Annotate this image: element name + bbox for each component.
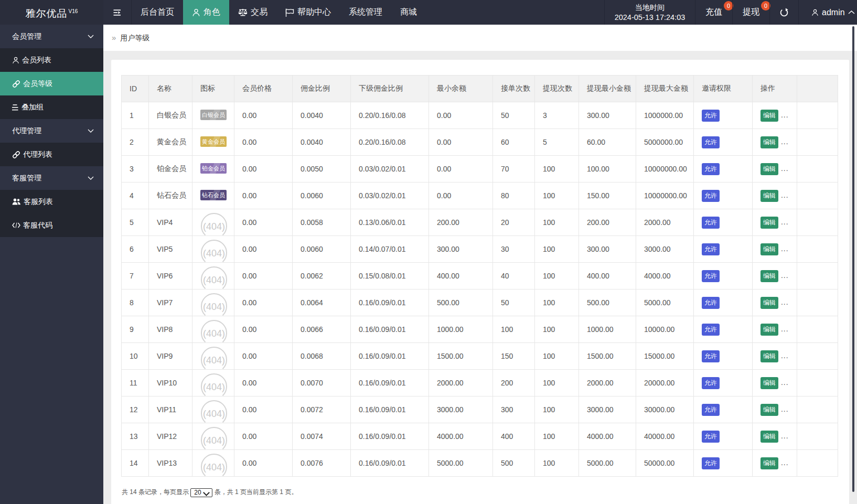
svg-text:(404): (404) xyxy=(203,435,225,446)
svg-text:(404): (404) xyxy=(203,462,225,473)
svg-text:(404): (404) xyxy=(203,409,225,419)
svg-text:(404): (404) xyxy=(203,355,225,366)
svg-text:(404): (404) xyxy=(203,382,225,392)
svg-text:(404): (404) xyxy=(203,275,225,285)
svg-text:(404): (404) xyxy=(203,221,225,232)
svg-text:(404): (404) xyxy=(203,328,225,339)
svg-text:(404): (404) xyxy=(203,248,225,259)
svg-text:(404): (404) xyxy=(203,302,225,312)
